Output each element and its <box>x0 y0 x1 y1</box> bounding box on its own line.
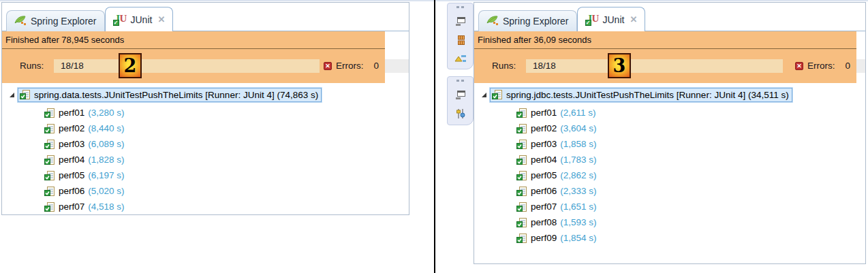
tab-label: JUnit <box>131 14 153 25</box>
errors-value: 0 <box>845 61 850 71</box>
test-name: perf03 <box>531 139 557 149</box>
test-list: perf01 (2,611 s) perf02 (3,604 s) perf03… <box>474 105 865 246</box>
progress-stripe <box>526 59 783 73</box>
runs-label: Runs: <box>492 61 516 71</box>
test-case-icon <box>44 139 55 150</box>
test-time: (1,828 s) <box>88 155 124 165</box>
test-case-row[interactable]: perf02 (8,440 s) <box>2 121 409 136</box>
test-case-row[interactable]: perf01 (2,611 s) <box>474 105 865 121</box>
test-time: (1,783 s) <box>560 155 596 165</box>
spring-view-icon[interactable] <box>454 54 467 63</box>
test-case-icon <box>516 202 527 212</box>
test-case-icon <box>516 217 527 228</box>
error-icon: ✕ <box>324 62 332 70</box>
test-tree: spring.jdbc.tests.JUnitTestPushTheLimits… <box>474 83 865 246</box>
test-time: (1,854 s) <box>560 233 596 243</box>
test-case-icon <box>44 155 55 165</box>
tab-junit[interactable]: JU✓ JUnit ✕ <box>105 7 174 31</box>
annotation-callout-2: 2 <box>119 53 142 78</box>
test-case-row[interactable]: perf02 (3,604 s) <box>474 121 865 136</box>
test-tree: spring.data.tests.JUnitTestPushTheLimits… <box>2 83 409 214</box>
test-case-icon <box>516 139 527 150</box>
test-name: perf06 <box>59 186 84 196</box>
test-time: (6,197 s) <box>88 170 124 180</box>
test-case-row[interactable]: perf07 (1,651 s) <box>474 199 865 214</box>
test-time: (6,089 s) <box>88 139 124 149</box>
test-time: (3,280 s) <box>88 108 124 118</box>
counter-bar: Runs: 18/18 ✕ Errors: 0 2 <box>2 49 409 83</box>
test-case-row[interactable]: perf01 (3,280 s) <box>2 105 409 121</box>
test-time: (4,518 s) <box>88 202 124 212</box>
highlight-overlay: Runs: 18/18 ✕ Errors: 0 <box>2 49 385 83</box>
test-case-row[interactable]: perf06 (2,333 s) <box>474 183 865 199</box>
test-case-icon <box>44 186 55 197</box>
test-case-row[interactable]: perf04 (1,783 s) <box>474 152 865 167</box>
tab-spring-explorer[interactable]: Spring Explorer <box>6 10 105 31</box>
minimized-view-group-2 <box>447 76 474 125</box>
test-case-row[interactable]: perf08 (1,593 s) <box>474 214 865 230</box>
errors-label: Errors: <box>807 61 835 71</box>
test-name: perf02 <box>59 123 84 133</box>
error-icon: ✕ <box>795 62 803 70</box>
test-time: (3,604 s) <box>560 123 596 133</box>
test-case-icon <box>516 123 527 134</box>
junit-view-left: Spring Explorer JU✓ JUnit ✕ Finished aft… <box>1 2 409 215</box>
test-name: perf03 <box>59 139 84 149</box>
close-icon[interactable]: ✕ <box>157 14 165 25</box>
test-case-row[interactable]: perf05 (6,197 s) <box>2 167 409 183</box>
grid-view-icon[interactable] <box>455 35 466 46</box>
test-time: (2,333 s) <box>560 186 596 196</box>
test-case-icon <box>44 202 55 212</box>
junit-icon: JU✓ <box>585 14 599 25</box>
test-case-row[interactable]: perf03 (6,089 s) <box>2 136 409 152</box>
selected-suite[interactable]: spring.data.tests.JUnitTestPushTheLimits… <box>18 88 322 102</box>
runs-value: 18/18 <box>61 61 84 71</box>
filter-view-icon[interactable] <box>455 108 466 119</box>
restore-view-icon[interactable] <box>455 16 466 27</box>
test-time: (1,651 s) <box>560 202 596 212</box>
highlight-overlay: Runs: 18/18 ✕ Errors: 0 <box>474 49 856 83</box>
test-name: perf05 <box>59 170 84 180</box>
test-name: perf08 <box>531 217 557 227</box>
test-name: perf05 <box>531 170 557 180</box>
test-name: perf01 <box>531 108 557 118</box>
test-case-row[interactable]: perf06 (5,020 s) <box>2 183 409 199</box>
tree-root-row[interactable]: spring.data.tests.JUnitTestPushTheLimits… <box>2 86 409 103</box>
tree-root-row[interactable]: spring.jdbc.tests.JUnitTestPushTheLimits… <box>474 86 865 103</box>
test-name: perf02 <box>531 123 557 133</box>
tab-bar: Spring Explorer JU✓ JUnit ✕ <box>2 3 409 31</box>
drag-handle-icon[interactable] <box>456 6 464 8</box>
suite-label: spring.data.tests.JUnitTestPushTheLimits… <box>34 90 318 100</box>
test-case-icon <box>44 170 55 181</box>
status-message: Finished after 78,945 seconds <box>2 31 385 49</box>
test-case-row[interactable]: perf04 (1,828 s) <box>2 152 409 167</box>
panel-divider <box>434 0 435 273</box>
expanded-twisty-icon[interactable] <box>9 92 15 98</box>
test-name: perf07 <box>59 202 84 212</box>
selected-suite[interactable]: spring.jdbc.tests.JUnitTestPushTheLimits… <box>490 88 792 102</box>
errors-value: 0 <box>373 61 379 71</box>
minimized-view-strip <box>447 3 474 262</box>
tab-junit[interactable]: JU✓ JUnit ✕ <box>577 7 646 31</box>
minimized-view-group-1 <box>447 3 474 69</box>
test-case-row[interactable]: perf09 (1,854 s) <box>474 230 865 246</box>
status-message: Finished after 36,09 seconds <box>474 31 856 49</box>
errors-label: Errors: <box>336 61 364 71</box>
test-case-row[interactable]: perf05 (2,862 s) <box>474 167 865 183</box>
errors-counter: ✕ Errors: 0 <box>324 61 379 71</box>
junit-view-right: Spring Explorer JU✓ JUnit ✕ Finished aft… <box>474 2 866 264</box>
test-name: perf06 <box>531 186 557 196</box>
test-suite-icon <box>20 89 31 100</box>
test-case-row[interactable]: perf03 (1,858 s) <box>474 136 865 152</box>
drag-handle-icon[interactable] <box>456 80 464 82</box>
test-time: (1,593 s) <box>560 217 596 227</box>
test-name: perf07 <box>531 202 557 212</box>
test-suite-icon <box>492 89 503 100</box>
test-case-icon <box>516 108 527 118</box>
test-case-row[interactable]: perf07 (4,518 s) <box>2 199 409 214</box>
test-case-icon <box>516 155 527 165</box>
restore-view-icon[interactable] <box>455 90 466 100</box>
tab-spring-explorer[interactable]: Spring Explorer <box>478 10 577 31</box>
close-icon[interactable]: ✕ <box>630 14 637 25</box>
expanded-twisty-icon[interactable] <box>481 92 487 98</box>
